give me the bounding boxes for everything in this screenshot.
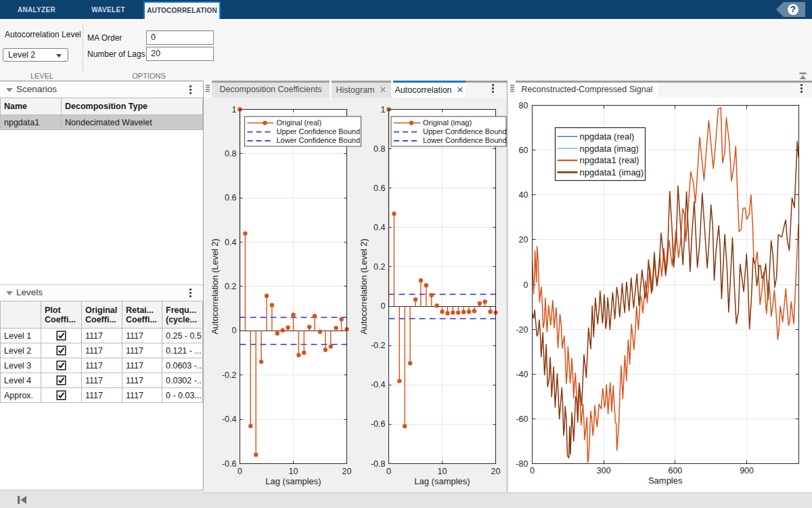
svg-text:0.6: 0.6	[225, 193, 236, 203]
svg-text:-0.2: -0.2	[371, 341, 386, 350]
svg-text:Upper Confidence Bound: Upper Confidence Bound	[423, 127, 507, 135]
svg-text:0.4: 0.4	[374, 223, 385, 232]
svg-text:-0.4: -0.4	[222, 415, 237, 424]
svg-text:-0.6: -0.6	[371, 419, 386, 429]
svg-text:0.2: 0.2	[225, 282, 236, 291]
svg-text:-0.6: -0.6	[222, 459, 237, 469]
svg-text:Original (imag): Original (imag)	[423, 119, 472, 127]
svg-text:900: 900	[740, 466, 754, 475]
svg-text:Lag (samples): Lag (samples)	[414, 476, 470, 486]
svg-text:Autocorrelation (Level 2): Autocorrelation (Level 2)	[359, 238, 369, 335]
svg-text:10: 10	[289, 467, 298, 476]
svg-text:0.8: 0.8	[374, 144, 385, 154]
svg-text:10: 10	[438, 467, 447, 476]
svg-text:300: 300	[597, 466, 611, 475]
svg-text:Lag (samples): Lag (samples)	[265, 476, 321, 486]
svg-text:0: 0	[238, 467, 242, 476]
svg-text:npgdata (real): npgdata (real)	[580, 131, 635, 142]
svg-text:0.6: 0.6	[374, 184, 385, 193]
svg-text:-80: -80	[516, 459, 528, 469]
svg-text:20: 20	[519, 235, 528, 245]
svg-text:npgdata (imag): npgdata (imag)	[580, 144, 639, 154]
svg-text:60: 60	[519, 146, 528, 155]
svg-text:600: 600	[668, 466, 682, 475]
svg-text:0.4: 0.4	[225, 238, 236, 247]
svg-text:1: 1	[232, 105, 237, 114]
svg-text:0: 0	[530, 466, 535, 475]
svg-text:-40: -40	[516, 370, 528, 379]
svg-text:Samples: Samples	[648, 475, 683, 486]
svg-text:0: 0	[232, 326, 237, 335]
svg-text:20: 20	[342, 467, 352, 476]
svg-text:-0.8: -0.8	[371, 459, 386, 469]
svg-text:-60: -60	[516, 415, 528, 424]
svg-text:Upper Confidence Bound: Upper Confidence Bound	[277, 127, 361, 135]
svg-text:0: 0	[381, 301, 386, 311]
svg-text:Lower Confidence Bound: Lower Confidence Bound	[423, 136, 507, 144]
svg-text:0: 0	[386, 467, 391, 476]
svg-text:npgdata1 (imag): npgdata1 (imag)	[580, 167, 644, 177]
svg-text:Autocorrelation (Level 2): Autocorrelation (Level 2)	[210, 238, 220, 335]
svg-text:80: 80	[519, 101, 528, 110]
svg-text:npgdata1 (real): npgdata1 (real)	[580, 155, 639, 165]
svg-text:0: 0	[524, 280, 528, 290]
svg-text:-0.4: -0.4	[371, 380, 386, 389]
svg-text:40: 40	[519, 190, 528, 200]
svg-text:0.8: 0.8	[225, 149, 236, 158]
svg-text:20: 20	[491, 467, 501, 476]
svg-text:1: 1	[381, 105, 386, 114]
svg-text:-20: -20	[516, 325, 528, 335]
svg-text:0.2: 0.2	[374, 262, 385, 272]
svg-text:-0.2: -0.2	[222, 371, 237, 380]
svg-text:Lower Confidence Bound: Lower Confidence Bound	[277, 136, 361, 144]
svg-text:Original (real): Original (real)	[277, 119, 322, 127]
